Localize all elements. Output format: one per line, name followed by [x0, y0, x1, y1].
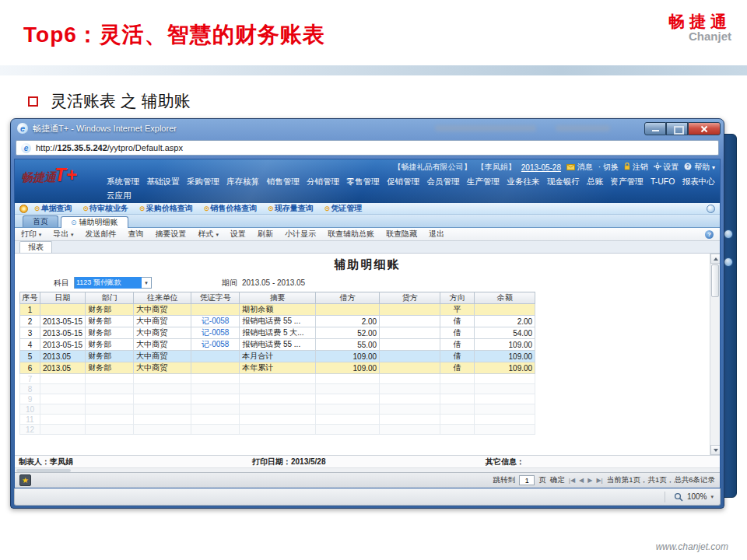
cell: 借	[440, 339, 475, 351]
nav-item[interactable]: 零售管理	[347, 177, 380, 187]
quick-link[interactable]: ⊙销售价格查询	[204, 203, 258, 214]
table-row-empty: 11	[20, 415, 535, 425]
zoom-level[interactable]: 100%	[687, 492, 707, 501]
logout-link[interactable]: 注销	[624, 162, 648, 173]
tab-auxiliary-ledger[interactable]: ⊙辅助明细账	[61, 216, 128, 228]
toolbar-button[interactable]: 打印 ▾	[21, 229, 41, 240]
toolbar-button[interactable]: 查询	[128, 229, 144, 240]
jump-label: 跳转到	[493, 475, 516, 485]
close-button[interactable]	[688, 122, 721, 135]
quick-link[interactable]: ⊙单据查询	[34, 203, 72, 214]
minimize-button[interactable]	[644, 122, 666, 135]
page-number-input[interactable]	[519, 475, 535, 485]
cell: 财务部	[86, 316, 134, 327]
nav-item[interactable]: 总账	[587, 177, 603, 187]
voucher-link[interactable]: 记-0058	[191, 327, 240, 339]
col-header[interactable]: 贷方	[380, 292, 440, 304]
toolbar-button[interactable]: 联查辅助总账	[328, 229, 374, 240]
nav-item[interactable]: 报表中心	[682, 177, 715, 187]
nav-item[interactable]: 生产管理	[467, 177, 500, 187]
col-header[interactable]: 往来单位	[134, 292, 191, 304]
help-icon[interactable]: ?	[705, 230, 714, 239]
toolbar-button[interactable]: 导出 ▾	[53, 229, 73, 240]
nav-item[interactable]: 系统管理	[107, 177, 139, 187]
collapse-button-icon[interactable]	[707, 205, 715, 213]
toolbar-button[interactable]: 摘要设置	[156, 229, 187, 240]
site-url: www.chanjet.com	[656, 541, 728, 552]
cell	[380, 351, 440, 362]
nav-item[interactable]: 分销管理	[307, 177, 339, 187]
prev-page-icon[interactable]: ◀	[579, 477, 584, 484]
quick-link[interactable]: ⊙待审核业务	[83, 203, 129, 214]
cell: 2013.05	[40, 362, 86, 374]
confirm-button[interactable]: 确定	[550, 475, 565, 485]
toolbar-button[interactable]: 设置	[230, 229, 246, 240]
toolbar-button[interactable]: 发送邮件	[86, 229, 117, 240]
nav-item[interactable]: 销售管理	[267, 177, 300, 187]
cell: 1	[20, 304, 40, 316]
nav-item-cloud[interactable]: 云应用	[107, 191, 132, 200]
voucher-link[interactable]: 记-0058	[191, 339, 240, 351]
col-header[interactable]: 凭证字号	[191, 292, 240, 304]
favorites-icon[interactable]	[19, 205, 28, 213]
user-name: 【李凤娟】	[477, 162, 516, 173]
toolbar-button[interactable]: 退出	[429, 229, 444, 240]
col-header[interactable]: 序号	[20, 292, 40, 304]
col-header[interactable]: 借方	[316, 292, 380, 304]
nav-item[interactable]: 业务往来	[507, 177, 539, 187]
chevron-down-icon[interactable]: ▾	[710, 494, 714, 500]
tab-report[interactable]: 报表	[19, 241, 52, 253]
scroll-up-icon[interactable]	[710, 254, 720, 264]
switch-link[interactable]: · 切换	[598, 162, 619, 173]
cell: 109.00	[316, 351, 380, 362]
nav-item[interactable]: 采购管理	[187, 177, 219, 187]
chanjet-logo-cn: 畅捷通	[668, 12, 731, 30]
subject-select[interactable]: 1123 预付账款 ▾	[74, 277, 152, 289]
col-header[interactable]: 余额	[475, 292, 535, 304]
pagination-status: 当前第1页，共1页，总共6条记录	[607, 475, 715, 485]
settings-link[interactable]: 设置	[654, 162, 679, 173]
tab-home[interactable]: 首页	[23, 215, 58, 227]
nav-item[interactable]: 促销管理	[387, 177, 419, 187]
nav-item[interactable]: 资产管理	[610, 177, 643, 187]
col-header[interactable]: 方向	[440, 292, 475, 304]
quick-link[interactable]: ⊙凭证管理	[324, 203, 363, 214]
cell: 大中商贸	[134, 304, 191, 316]
voucher-link[interactable]: 记-0058	[191, 316, 240, 327]
login-date-link[interactable]: 2013-05-28	[521, 163, 561, 172]
last-page-icon[interactable]: ▶|	[596, 477, 602, 484]
horizontal-scrollbar[interactable]	[15, 467, 720, 472]
vertical-scrollbar[interactable]	[710, 254, 720, 455]
col-header[interactable]: 部门	[86, 292, 134, 304]
address-input[interactable]: e http://125.35.5.242/yytpro/Default.asp…	[16, 140, 719, 156]
toolbar-button[interactable]: 联查隐藏	[386, 229, 417, 240]
quick-link[interactable]: ⊙采购价格查询	[139, 203, 193, 214]
nav-item[interactable]: 库存核算	[226, 177, 259, 187]
cell	[380, 362, 440, 374]
quick-link[interactable]: ⊙现存量查询	[268, 203, 314, 214]
nav-item[interactable]: 基础设置	[146, 177, 179, 187]
slide-title: Top6：灵活、智慧的财务账表	[23, 20, 325, 50]
next-page-icon[interactable]: ▶	[587, 477, 592, 484]
nav-item[interactable]: 会员管理	[426, 177, 459, 187]
nav-item[interactable]: 现金银行	[547, 177, 580, 187]
cell: 2013-05-15	[40, 339, 86, 351]
col-header[interactable]: 日期	[40, 292, 86, 304]
scrollbar-thumb[interactable]	[16, 469, 71, 472]
cell: 报销电话费 55 ...	[240, 339, 316, 351]
cell: 借	[440, 316, 475, 327]
maximize-button[interactable]	[666, 122, 688, 135]
first-page-icon[interactable]: |◀	[569, 477, 575, 484]
scroll-down-icon[interactable]	[710, 445, 720, 455]
help-link[interactable]: ? 帮助 ▾	[684, 162, 715, 173]
cell: 109.00	[316, 362, 380, 374]
nav-item[interactable]: T-UFO	[651, 177, 675, 187]
favorite-star-button[interactable]: ★	[19, 474, 31, 486]
messages-link[interactable]: 消息	[566, 162, 593, 173]
toolbar-button[interactable]: 小计显示	[285, 229, 316, 240]
col-header[interactable]: 摘要	[240, 292, 316, 304]
cell	[191, 351, 240, 362]
scrollbar-thumb[interactable]	[711, 264, 719, 297]
toolbar-button[interactable]: 样式 ▾	[198, 229, 219, 240]
toolbar-button[interactable]: 刷新	[258, 229, 273, 240]
